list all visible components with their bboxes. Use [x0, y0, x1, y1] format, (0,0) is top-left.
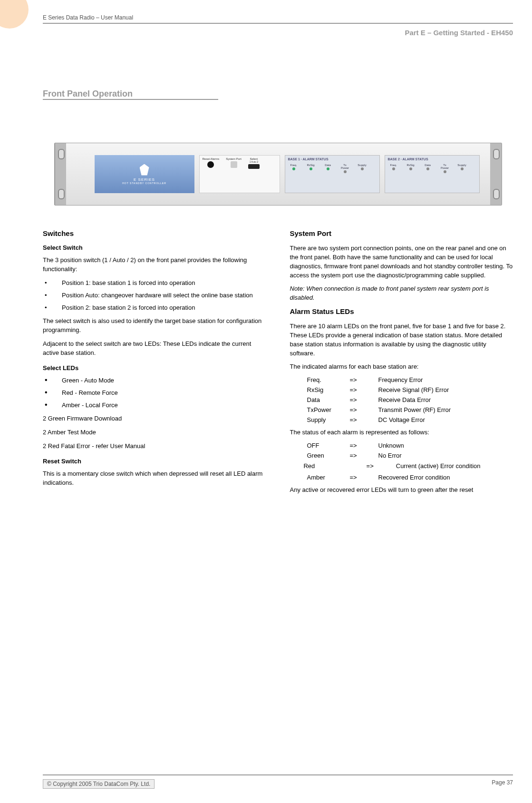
- alarm-row: Freq. => Frequency Error: [307, 376, 513, 383]
- system-port-heading: System Port: [290, 229, 513, 237]
- device-control-panel: Reset Alarms System Port Select1 Auto 2: [199, 155, 280, 193]
- base2-led-data: Data: [425, 164, 431, 166]
- select-identify-para: The select switch is also used to identi…: [43, 317, 266, 335]
- status-row: Green => No Error: [307, 452, 513, 459]
- status-name: Amber: [307, 474, 350, 481]
- switches-heading: Switches: [43, 229, 266, 237]
- page-footer: © Copyright 2005 Trio DataCom Pty. Ltd. …: [43, 774, 513, 789]
- status-desc: No Error: [378, 452, 513, 459]
- base2-led-freq: Freq.: [390, 164, 397, 166]
- alarm-list-intro: The indicated alarms for each base stati…: [290, 362, 513, 372]
- alarm-arrow: =>: [350, 386, 378, 393]
- base2-title: BASE 2: [388, 157, 400, 161]
- status-red-line: Red => Current (active) Error condition: [290, 462, 513, 471]
- select-switch-heading: Select Switch: [43, 244, 266, 251]
- device-figure: E SERIES HOT STANDBY CONTROLLER Reset Al…: [54, 143, 502, 206]
- page-number: Page 37: [492, 779, 513, 789]
- device-base2-block: BASE 2 · ALARM STATUS Freq. RxSig Data T…: [385, 155, 480, 193]
- status-arrow: =>: [350, 452, 378, 459]
- reset-label: Reset Alarms: [203, 157, 220, 160]
- alarm-name: Data: [307, 396, 350, 403]
- alarm-heading: Alarm Status LEDs: [290, 307, 513, 315]
- base1-led-freq: Freq.: [290, 164, 297, 166]
- device-base1-block: BASE 1 · ALARM STATUS Freq. RxSig Data T…: [285, 155, 380, 193]
- brand-logo-icon: [140, 164, 149, 176]
- base1-led-rxsig: RxSig: [307, 164, 314, 166]
- alarm-row: Data => Receive Data Error: [307, 396, 513, 403]
- status-desc: Unknown: [378, 442, 513, 449]
- alarm-arrow: =>: [350, 416, 378, 423]
- position-list: Position 1: base station 1 is forced int…: [43, 279, 266, 313]
- status-desc: Recovered Error condition: [378, 474, 513, 481]
- led-line: 2 Red Fatal Error - refer User Manual: [43, 442, 266, 451]
- system-port-label: System Port: [226, 157, 242, 160]
- position-item: Position 2: base station 2 is forced int…: [43, 304, 266, 312]
- section-heading: Front Panel Operation: [43, 89, 218, 100]
- alarm-desc: DC Voltage Error: [378, 416, 513, 423]
- status-row: OFF => Unknown: [307, 442, 513, 449]
- base1-led-txpower: Tx Power: [341, 164, 349, 169]
- position-item: Position Auto: changeover hardware will …: [43, 291, 266, 300]
- alarm-name: RxSig: [307, 386, 350, 393]
- reset-switch-heading: Reset Switch: [43, 458, 266, 465]
- base1-led-supply: Supply: [358, 164, 366, 166]
- alarm-arrow: =>: [350, 376, 378, 383]
- device-brand-block: E SERIES HOT STANDBY CONTROLLER: [95, 155, 194, 193]
- brand-line2: HOT STANDBY CONTROLLER: [122, 182, 166, 185]
- led-line: 2 Green Firmware Download: [43, 414, 266, 423]
- alarm-name: TxPower: [307, 406, 350, 413]
- alarm-row: RxSig => Receive Signal (RF) Error: [307, 386, 513, 393]
- system-port-note: Note: When connection is made to front p…: [290, 284, 513, 303]
- reset-knob-icon: [207, 161, 214, 168]
- alarm-row: TxPower => Transmit Power (RF) Error: [307, 406, 513, 413]
- alarm-name: Supply: [307, 416, 350, 423]
- left-column: Switches Select Switch The 3 position sw…: [43, 229, 266, 499]
- select-switch-intro: The 3 position switch (1 / Auto / 2) on …: [43, 256, 266, 274]
- position-item: Position 1: base station 1 is forced int…: [43, 279, 266, 287]
- select-led-item: Amber - Local Force: [43, 401, 266, 410]
- base1-sub: ALARM STATUS: [302, 157, 328, 161]
- brand-line1: E SERIES: [134, 177, 155, 182]
- led-line: 2 Amber Test Mode: [43, 428, 266, 437]
- base2-sub: ALARM STATUS: [402, 157, 428, 161]
- status-name: OFF: [307, 442, 350, 449]
- alarm-name: Freq.: [307, 376, 350, 383]
- status-row: Amber => Recovered Error condition: [307, 474, 513, 481]
- select-positions: 1 Auto 2: [248, 160, 260, 163]
- alarm-arrow: =>: [350, 406, 378, 413]
- system-port-icon: [231, 161, 237, 168]
- select-led-item: Green - Auto Mode: [43, 376, 266, 385]
- select-led-list: Green - Auto Mode Red - Remote Force Amb…: [43, 376, 266, 410]
- select-adjacent-para: Adjacent to the select switch are two LE…: [43, 340, 266, 358]
- base2-led-supply: Supply: [457, 164, 466, 166]
- alarm-intro-para: There are 10 alarm LEDs on the front pan…: [290, 322, 513, 358]
- base1-title: BASE 1: [288, 157, 300, 161]
- alarm-arrow: =>: [350, 396, 378, 403]
- part-label: Part E – Getting Started - EH450: [43, 29, 513, 37]
- base2-led-rxsig: RxSig: [406, 164, 414, 166]
- alarm-desc: Receive Data Error: [378, 396, 513, 403]
- status-arrow: =>: [350, 474, 378, 481]
- alarm-desc: Transmit Power (RF) Error: [378, 406, 513, 413]
- alarm-desc: Receive Signal (RF) Error: [378, 386, 513, 393]
- running-header: E Series Data Radio – User Manual: [43, 14, 513, 24]
- system-port-para: There are two system port connection poi…: [290, 244, 513, 280]
- alarm-desc: Frequency Error: [378, 376, 513, 383]
- base1-led-data: Data: [325, 164, 331, 166]
- status-name: Green: [307, 452, 350, 459]
- trailing-para: Any active or recovered error LEDs will …: [290, 486, 513, 495]
- alarm-row: Supply => DC Voltage Error: [307, 416, 513, 423]
- right-column: System Port There are two system port co…: [290, 229, 513, 499]
- status-intro: The status of each alarm is represented …: [290, 428, 513, 437]
- select-leds-heading: Select LEDs: [43, 364, 266, 372]
- select-led-item: Red - Remote Force: [43, 389, 266, 397]
- base2-led-txpower: Tx Power: [441, 164, 449, 169]
- reset-switch-para: This is a momentary close switch which w…: [43, 470, 266, 488]
- corner-decoration: [0, 0, 29, 29]
- select-switch-icon: [248, 164, 260, 169]
- status-arrow: =>: [350, 442, 378, 449]
- copyright-text: © Copyright 2005 Trio DataCom Pty. Ltd.: [43, 779, 155, 789]
